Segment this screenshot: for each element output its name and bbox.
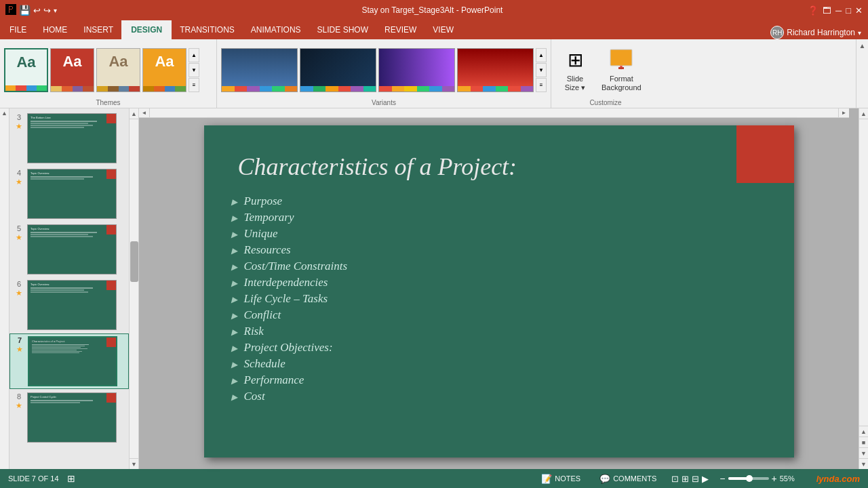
tab-file[interactable]: FILE	[1, 20, 35, 39]
format-background-icon	[608, 47, 634, 73]
save-icon[interactable]: 💾	[19, 5, 31, 16]
main-scroll-down[interactable]: ▼	[859, 458, 868, 469]
slide-star-6: ★	[16, 289, 22, 298]
slide-scroll-up-arrow[interactable]: ▲	[130, 108, 138, 119]
slide-number-6: 6	[17, 280, 21, 288]
tab-transitions[interactable]: TRANSITIONS	[172, 20, 243, 39]
notes-label: NOTES	[555, 474, 580, 483]
bullet-arrow-13: ▶	[231, 392, 237, 403]
tab-view[interactable]: VIEW	[425, 20, 462, 39]
notes-button[interactable]: 📝 NOTES	[537, 472, 585, 485]
slide-thumbnail-7[interactable]: 7 ★ Characteristics of a Project:	[9, 333, 129, 389]
reading-view-icon[interactable]: ⊟	[692, 474, 699, 484]
tab-design[interactable]: DESIGN	[121, 20, 172, 39]
comments-label: COMMENTS	[613, 474, 656, 483]
bullet-risk[interactable]: ▶ Risk	[231, 325, 767, 338]
theme-4[interactable]: Aa	[142, 48, 186, 92]
slideshow-view-icon[interactable]: ▶	[702, 474, 709, 484]
slide-title[interactable]: Characteristics of a Project:	[204, 125, 794, 191]
bullet-objectives[interactable]: ▶ Project Objectives:	[231, 341, 767, 354]
main-scroll-adjust-down[interactable]: ▼	[859, 447, 868, 458]
slide-thumbnail-6[interactable]: 6 ★ Topic Overview:	[9, 278, 129, 332]
redo-icon[interactable]: ↪	[43, 5, 51, 16]
bullet-arrow-4: ▶	[231, 246, 237, 256]
theme-2[interactable]: Aa	[50, 48, 94, 92]
bullet-resources[interactable]: ▶ Resources	[231, 243, 767, 257]
main-scroll-fit[interactable]: ■	[859, 436, 868, 447]
variants-scroll-up[interactable]: ▲	[536, 48, 547, 62]
bullet-cost-time[interactable]: ▶ Cost/Time Constraints	[231, 260, 767, 273]
slide-scroll-down-arrow[interactable]: ▼	[130, 458, 138, 469]
variant-1[interactable]	[221, 48, 298, 92]
variant-3[interactable]	[378, 48, 455, 92]
slide-star-8: ★	[16, 401, 22, 410]
tab-review[interactable]: REVIEW	[376, 20, 425, 39]
main-slide[interactable]: Characteristics of a Project: ▶ Purpose …	[204, 125, 794, 458]
main-v-scrollbar: ▲ ▲ ■ ▼ ▼	[859, 108, 868, 469]
bullet-purpose[interactable]: ▶ Purpose	[231, 195, 767, 208]
theme-3[interactable]: Aa	[96, 48, 140, 92]
zoom-plus[interactable]: +	[772, 473, 777, 484]
user-dropdown-icon[interactable]: ▾	[858, 29, 861, 37]
bullet-performance[interactable]: ▶ Performance	[231, 373, 767, 387]
close-icon[interactable]: ✕	[855, 5, 863, 16]
restore-icon[interactable]: 🗔	[823, 5, 831, 16]
main-scroll-adjust-up[interactable]: ▲	[859, 426, 868, 436]
ribbon-collapse-button[interactable]: ▲	[856, 39, 868, 108]
h-scroll-right[interactable]: ►	[838, 108, 849, 118]
comments-button[interactable]: 💬 COMMENTS	[595, 472, 660, 485]
customize-group: ⊞ SlideSize ▾ FormatBackground Customize	[551, 39, 660, 108]
slide-thumbnail-8[interactable]: 8 ★ Project Control Cycle:	[9, 390, 129, 445]
format-background-button[interactable]: FormatBackground	[596, 45, 647, 95]
tab-animations[interactable]: ANIMATIONS	[243, 20, 309, 39]
bullet-cost[interactable]: ▶ Cost	[231, 390, 767, 403]
themes-scroll-up[interactable]: ▲	[189, 48, 199, 62]
slide-thumbnail-5[interactable]: 5 ★ Topic Overview:	[9, 222, 129, 277]
slide-view-normal-icon[interactable]: ⊞	[67, 473, 75, 484]
slide-corner-decoration	[736, 125, 794, 183]
maximize-icon[interactable]: □	[846, 5, 851, 16]
themes-more[interactable]: ≡	[189, 78, 199, 92]
variants-scroll-down[interactable]: ▼	[536, 63, 547, 77]
slide-panel: 3 ★ The Bottom Line: 4 ★	[9, 108, 130, 469]
zoom-level[interactable]: 55%	[780, 474, 800, 483]
slide-thumbnail-3[interactable]: 3 ★ The Bottom Line:	[9, 111, 129, 165]
help-icon[interactable]: ❓	[808, 5, 818, 16]
status-bar: SLIDE 7 OF 14 ⊞ 📝 NOTES 💬 COMMENTS ⊡ ⊞ ⊟…	[0, 469, 868, 488]
variant-2[interactable]	[300, 48, 376, 92]
normal-view-icon[interactable]: ⊡	[671, 474, 679, 484]
bullet-conflict[interactable]: ▶ Conflict	[231, 308, 767, 322]
zoom-slider[interactable]	[728, 477, 769, 480]
undo-icon[interactable]: ↩	[33, 5, 41, 16]
bullet-arrow-1: ▶	[231, 197, 237, 207]
bullet-arrow-7: ▶	[231, 295, 237, 305]
slide-size-button[interactable]: ⊞ SlideSize ▾	[557, 45, 593, 95]
bullet-unique[interactable]: ▶ Unique	[231, 227, 767, 241]
variant-4[interactable]	[457, 48, 534, 92]
slide-sorter-icon[interactable]: ⊞	[682, 474, 689, 484]
theme-1[interactable]: Aa	[4, 48, 48, 92]
tab-insert[interactable]: INSERT	[75, 20, 121, 39]
zoom-control: − + 55%	[719, 473, 800, 484]
slide-thumbnail-4[interactable]: 4 ★ Topic Overview:	[9, 167, 129, 221]
notes-icon: 📝	[541, 474, 552, 484]
user-profile[interactable]: RH Richard Harrington ▾	[764, 26, 868, 39]
tab-slideshow[interactable]: SLIDE SHOW	[309, 20, 376, 39]
themes-scroll-down[interactable]: ▼	[189, 63, 199, 77]
bullet-interdependencies[interactable]: ▶ Interdependencies	[231, 276, 767, 289]
bullet-temporary[interactable]: ▶ Temporary	[231, 211, 767, 224]
slide-panel-scrollbar-up[interactable]: ▲	[0, 108, 9, 469]
variants-group: ▲ ▼ ≡ Variants	[217, 39, 551, 108]
bullet-arrow-10: ▶	[231, 344, 237, 354]
zoom-minus[interactable]: −	[719, 473, 725, 484]
slide-bullets[interactable]: ▶ Purpose ▶ Temporary ▶ Unique ▶ Resourc…	[204, 191, 794, 409]
minimize-icon[interactable]: ─	[835, 5, 842, 16]
bullet-lifecycle[interactable]: ▶ Life Cycle – Tasks	[231, 292, 767, 306]
slide-number-7: 7	[18, 336, 22, 344]
bullet-schedule[interactable]: ▶ Schedule	[231, 357, 767, 371]
tab-home[interactable]: HOME	[35, 20, 75, 39]
variants-more[interactable]: ≡	[536, 78, 547, 92]
h-scroll-left[interactable]: ◄	[139, 108, 150, 118]
main-scroll-up[interactable]: ▲	[859, 108, 868, 119]
format-background-label: FormatBackground	[601, 75, 642, 92]
